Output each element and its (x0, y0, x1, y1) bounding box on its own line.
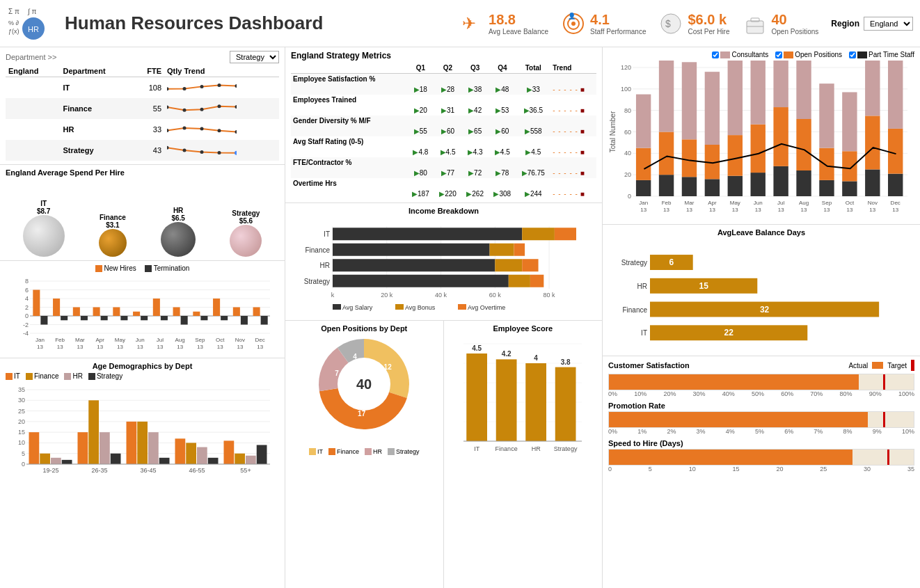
metrics-col-trend: Trend (550, 63, 596, 74)
metrics-data-row: ▶18 ▶28 ▶38 ▶48 ▶33 - - - - - ■ (291, 84, 596, 95)
age-demo-section: Age Demographics by Dept IT Finance HR S… (0, 358, 285, 588)
hires-legend-new: New Hires (104, 264, 136, 272)
svg-text:ƒ(x): ƒ(x) (8, 28, 19, 35)
metrics-section: England Strategy Metrics Q1 Q2 Q3 Q4 Tot… (285, 47, 602, 203)
open-pos-section: Open Positions by Dept IT Finance HR Str… (285, 321, 444, 588)
metrics-label-row: Gender Diversity % M/F (291, 116, 596, 126)
svg-text:Σ π: Σ π (8, 8, 19, 15)
hires-legend-term: Termination (154, 264, 190, 272)
right-panel: Consultants Open Positions Part Time Sta… (603, 47, 920, 588)
satisfaction-title: Customer Satisfaction (608, 361, 848, 370)
metrics-label-row: Employees Trained (291, 95, 596, 105)
col-england: England (6, 65, 60, 77)
region-select[interactable]: England (864, 17, 913, 31)
cb-open-pos[interactable] (775, 51, 782, 58)
hires-chart: New Hires Termination (0, 261, 285, 358)
metrics-label-row: Overtime Hrs (291, 178, 596, 189)
dept-section: Department >> Strategy England Departmen… (0, 47, 285, 165)
open-pos-title: Open Positions by Dept (291, 324, 438, 333)
kpi-open-pos: 40 Open Positions (743, 11, 819, 36)
dept-row: IT 108 (6, 77, 279, 99)
mid-panel: England Strategy Metrics Q1 Q2 Q3 Q4 Tot… (285, 47, 603, 588)
kpi-cost-hire-value: $6.0 k (688, 12, 729, 28)
metrics-label-row: Employee Satisfaction % (291, 74, 596, 85)
avg-leave-section: AvgLeave Balance Days (603, 225, 920, 356)
cb-consultants[interactable] (712, 51, 719, 58)
metrics-data-row: ▶80 ▶77 ▶72 ▶78 ▶76.75 - - - - - ■ (291, 168, 596, 178)
metrics-col-q1: Q1 (407, 63, 434, 74)
score-canvas (450, 337, 596, 462)
kpi-cost-hire: $ $6.0 k Cost Per Hire (658, 11, 729, 36)
kpi-staff-perf: 👤 4.1 Staff Performance (561, 11, 646, 36)
col-dept: Department (60, 65, 134, 77)
briefcase-icon (743, 11, 768, 36)
promotion-rate-label: Promotion Rate (608, 402, 914, 410)
svg-point-9 (571, 22, 576, 26)
dept-row: Finance 55 (6, 98, 279, 119)
metrics-data-row: ▶20 ▶31 ▶42 ▶53 ▶36.5 - - - - - ■ (291, 105, 596, 116)
kpi-avg-leave: ✈ 18.8 Avg Leave Balance (459, 11, 548, 36)
cust-sat-bar: 0%10%20%30%40%50%60%70%80%90%100% (608, 374, 914, 397)
age-canvas (6, 383, 277, 484)
region-section: Region England (831, 17, 913, 31)
kpi-group: ✈ 18.8 Avg Leave Balance 👤 4.1 Staff Per… (459, 11, 818, 36)
svg-text:$: $ (665, 18, 671, 29)
speed-hire-label: Speed to Hire (Days) (608, 439, 914, 447)
svg-text:∫ π: ∫ π (27, 8, 37, 15)
promotion-rate-bar: 0%1%2%3%4%5%6%7%8%9%10% (608, 411, 914, 435)
bubble-it: IT $8.7 (23, 200, 65, 257)
header: Σ π ∫ π HR % ∂ ƒ(x) Human Resources Dash… (0, 0, 920, 47)
cb-part-time[interactable] (849, 51, 856, 58)
spend-title: England Average Spend Per Hire (6, 168, 279, 177)
bubble-strategy: Strategy $5.6 (230, 209, 262, 257)
target-icon: 👤 (561, 11, 586, 36)
kpi-avg-leave-label: Avg Leave Balance (489, 28, 548, 35)
svg-rect-13 (747, 21, 763, 33)
metrics-data-row: ▶55 ▶60 ▶65 ▶60 ▶558 - - - - - ■ (291, 126, 596, 136)
age-demo-title: Age Demographics by Dept (6, 362, 279, 370)
dept-select[interactable]: Strategy (230, 51, 279, 63)
svg-text:👤: 👤 (568, 12, 576, 20)
svg-text:✈: ✈ (462, 14, 476, 33)
income-section: Income Breakdown (285, 203, 602, 321)
metrics-title: England Strategy Metrics (291, 51, 596, 61)
dept-label: Department >> (6, 53, 56, 61)
kpi-avg-leave-value: 18.8 (489, 12, 548, 28)
avg-leave-title: AvgLeave Balance Days (608, 228, 914, 237)
metrics-col-q3: Q3 (461, 63, 489, 74)
metrics-col-q2: Q2 (434, 63, 461, 74)
region-label: Region (831, 19, 859, 29)
dept-table: England Department FTE Qtly Trend IT 108… (6, 65, 279, 161)
leave-canvas (608, 241, 914, 352)
metrics-col-total: Total (516, 63, 550, 74)
left-panel: Department >> Strategy England Departmen… (0, 47, 285, 588)
kpi-open-pos-label: Open Positions (772, 28, 819, 35)
money-icon: $ (658, 11, 683, 36)
dashboard-title: Human Resources Dashboard (65, 13, 459, 34)
satisfaction-section: Customer Satisfaction Actual Target 0%10… (603, 356, 920, 588)
logo: Σ π ∫ π HR % ∂ ƒ(x) (7, 4, 59, 42)
income-title: Income Breakdown (291, 207, 596, 215)
employee-score-title: Employee Score (450, 324, 597, 333)
mid-bottom: Open Positions by Dept IT Finance HR Str… (285, 321, 602, 588)
kpi-staff-perf-label: Staff Performance (590, 28, 646, 35)
svg-text:% ∂: % ∂ (8, 19, 19, 26)
bubble-finance: Finance $3.1 (99, 214, 127, 257)
col-trend: Qtly Trend (164, 65, 279, 77)
svg-text:HR: HR (28, 25, 39, 33)
metrics-data-row: ▶187 ▶220 ▶262 ▶308 ▶244 - - - - - ■ (291, 189, 596, 199)
dept-row: HR 33 (6, 119, 279, 140)
svg-point-11 (661, 14, 681, 33)
metrics-data-row: ▶4.8 ▶4.5 ▶4.3 ▶4.5 ▶4.5 - - - - - ■ (291, 147, 596, 157)
income-canvas (291, 219, 590, 317)
kpi-cost-hire-label: Cost Per Hire (688, 28, 729, 35)
hires-canvas (6, 274, 277, 354)
metrics-label-row: Avg Staff Rating (0-5) (291, 136, 596, 147)
stacked-bar-canvas (608, 61, 914, 221)
speed-hire-bar: 05101520253035 (608, 449, 914, 472)
bar-chart-section: Consultants Open Positions Part Time Sta… (603, 47, 920, 225)
metrics-label-row: FTE/Contractor % (291, 157, 596, 168)
kpi-staff-perf-value: 4.1 (590, 12, 646, 28)
col-fte: FTE (134, 65, 164, 77)
donut-canvas (291, 335, 437, 447)
